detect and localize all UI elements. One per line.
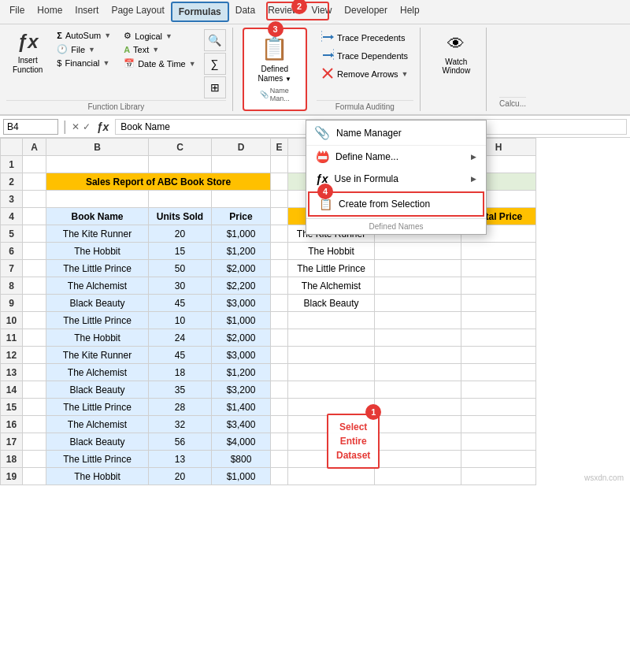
cell-b18[interactable]: The Little Prince	[46, 451, 149, 468]
cell-d5[interactable]: $1,000	[212, 225, 271, 243]
cell-h19[interactable]	[461, 468, 536, 485]
cell-h13[interactable]	[461, 364, 536, 381]
cell-d9[interactable]: $3,000	[212, 295, 271, 312]
cell-c5[interactable]: 20	[149, 225, 212, 243]
cell-c1[interactable]	[149, 156, 212, 173]
cell-g12[interactable]	[375, 347, 461, 364]
cell-b16[interactable]: The Alchemist	[46, 416, 149, 433]
cell-b14[interactable]: Black Beauty	[46, 381, 149, 399]
menu-data[interactable]: Data	[229, 2, 261, 22]
cell-a6[interactable]	[23, 243, 46, 260]
menu-page-layout[interactable]: Page Layout	[105, 2, 170, 22]
text-button[interactable]: A Text ▼	[119, 43, 200, 56]
cell-a9[interactable]	[23, 295, 46, 312]
menu-developer[interactable]: Developer	[338, 2, 394, 22]
row-17-header[interactable]: 17	[1, 433, 23, 451]
cell-g17[interactable]	[375, 433, 461, 451]
col-d-header[interactable]: D	[212, 139, 271, 156]
cell-e3[interactable]	[271, 191, 288, 208]
cell-d18[interactable]: $800	[212, 451, 271, 468]
cell-h6[interactable]	[461, 243, 536, 260]
cell-c12[interactable]: 45	[149, 347, 212, 364]
cell-a1[interactable]	[23, 156, 46, 173]
cell-h11[interactable]	[461, 329, 536, 347]
cell-g7[interactable]	[375, 260, 461, 277]
cell-g14[interactable]	[375, 381, 461, 399]
cell-d1[interactable]	[212, 156, 271, 173]
cell-e7[interactable]	[271, 260, 288, 277]
name-manager-row[interactable]: 📎 Name Manager	[306, 121, 486, 146]
cell-a11[interactable]	[23, 329, 46, 347]
cell-c10[interactable]: 10	[149, 312, 212, 329]
row-15-header[interactable]: 15	[1, 399, 23, 416]
cell-a10[interactable]	[23, 312, 46, 329]
insert-function-button[interactable]: ƒx InsertFunction	[6, 28, 49, 78]
cell-e19[interactable]	[271, 468, 288, 485]
cell-b9[interactable]: Black Beauty	[46, 295, 149, 312]
cell-e5[interactable]	[271, 225, 288, 243]
cell-e2[interactable]	[271, 173, 288, 191]
cell-c13[interactable]: 18	[149, 364, 212, 381]
cell-c3[interactable]	[149, 191, 212, 208]
date-time-button[interactable]: 📅 Date & Time ▼	[119, 57, 200, 70]
cell-c9[interactable]: 45	[149, 295, 212, 312]
cell-f13[interactable]	[288, 364, 375, 381]
row-19-header[interactable]: 19	[1, 468, 23, 485]
financial-button[interactable]: $ Financial ▼	[52, 57, 116, 69]
row-8-header[interactable]: 8	[1, 277, 23, 295]
cell-b10[interactable]: The Little Prince	[46, 312, 149, 329]
cell-g11[interactable]	[375, 329, 461, 347]
cell-g9[interactable]	[375, 295, 461, 312]
cell-h10[interactable]	[461, 312, 536, 329]
cell-f11[interactable]	[288, 329, 375, 347]
cell-c7[interactable]: 50	[149, 260, 212, 277]
cell-f10[interactable]	[288, 312, 375, 329]
cell-h18[interactable]	[461, 451, 536, 468]
cell-f14[interactable]	[288, 381, 375, 399]
cell-h9[interactable]	[461, 295, 536, 312]
use-in-formula-item[interactable]: ƒx Use in Formula ▶	[306, 168, 486, 190]
trace-dependents-button[interactable]: Trace Dependents	[317, 47, 413, 65]
cell-d6[interactable]: $1,200	[212, 243, 271, 260]
cell-g18[interactable]	[375, 451, 461, 468]
menu-home[interactable]: Home	[31, 2, 69, 22]
cell-e15[interactable]	[271, 399, 288, 416]
cell-e16[interactable]	[271, 416, 288, 433]
defined-names-button[interactable]: 📋 DefinedNames ▼	[252, 32, 298, 87]
cell-a13[interactable]	[23, 364, 46, 381]
recently-used-button[interactable]: 🕐 File ▼	[52, 43, 116, 56]
cell-e9[interactable]	[271, 295, 288, 312]
cell-d12[interactable]: $3,000	[212, 347, 271, 364]
cell-g6[interactable]	[375, 243, 461, 260]
row-16-header[interactable]: 16	[1, 416, 23, 433]
cell-e18[interactable]	[271, 451, 288, 468]
row-3-header[interactable]: 3	[1, 191, 23, 208]
menu-formulas[interactable]: Formulas	[171, 2, 229, 22]
cell-h15[interactable]	[461, 399, 536, 416]
cell-h14[interactable]	[461, 381, 536, 399]
row-10-header[interactable]: 10	[1, 312, 23, 329]
row-5-header[interactable]: 5	[1, 225, 23, 243]
cell-c8[interactable]: 30	[149, 277, 212, 295]
cell-h16[interactable]	[461, 416, 536, 433]
cell-a5[interactable]	[23, 225, 46, 243]
cell-c11[interactable]: 24	[149, 329, 212, 347]
cell-a15[interactable]	[23, 399, 46, 416]
row-11-header[interactable]: 11	[1, 329, 23, 347]
cell-c15[interactable]: 28	[149, 399, 212, 416]
cell-b6[interactable]: The Hobbit	[46, 243, 149, 260]
cell-d11[interactable]: $2,000	[212, 329, 271, 347]
cell-e1[interactable]	[271, 156, 288, 173]
col-c-header[interactable]: C	[149, 139, 212, 156]
cell-f12[interactable]	[288, 347, 375, 364]
cell-e11[interactable]	[271, 329, 288, 347]
row-4-header[interactable]: 4	[1, 208, 23, 225]
lookup-reference-button[interactable]: 🔍	[204, 29, 226, 51]
menu-view[interactable]: View	[306, 2, 339, 22]
menu-insert[interactable]: Insert	[69, 2, 105, 22]
row-7-header[interactable]: 7	[1, 260, 23, 277]
cell-f19[interactable]	[288, 468, 375, 485]
math-trig-button[interactable]: ∑	[204, 53, 226, 75]
col-e-header[interactable]: E	[271, 139, 288, 156]
cell-e17[interactable]	[271, 433, 288, 451]
